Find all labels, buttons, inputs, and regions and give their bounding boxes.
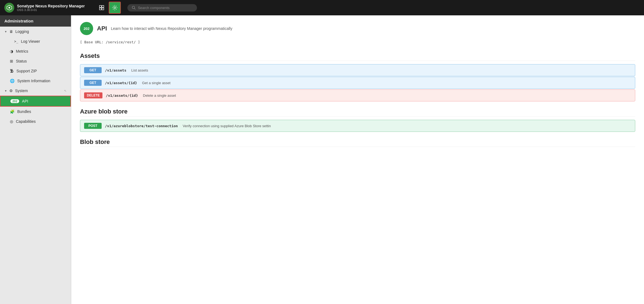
endpoint-description: Verify connection using supplied Azure B…: [183, 124, 271, 128]
method-badge: POST: [84, 123, 102, 129]
section-title-assets: Assets: [80, 52, 635, 61]
sidebar-item-label: Metrics: [16, 49, 28, 53]
sidebar-item-metrics[interactable]: ◑ Metrics: [0, 46, 71, 56]
app-name: Sonatype Nexus Repository Manager: [17, 4, 85, 8]
sidebar-section-header: Administration: [0, 15, 71, 27]
browse-icon-btn[interactable]: [96, 2, 108, 14]
api-version-badge: 202: [80, 22, 93, 35]
sidebar-item-label: System: [15, 89, 28, 93]
sidebar-item-system-information[interactable]: 🌐 System Information: [0, 76, 71, 86]
sidebar-item-label: Support ZIP: [16, 69, 37, 73]
app-header: Sonatype Nexus Repository Manager OSS 3.…: [0, 0, 644, 15]
sidebar-item-logging[interactable]: ▼ 🖥 Logging: [0, 27, 71, 36]
endpoint-path: /v1/assets/{id}: [106, 93, 138, 98]
search-input[interactable]: [138, 6, 193, 10]
logging-icon: 🖥: [9, 29, 13, 34]
api-description: Learn how to interact with Nexus Reposit…: [111, 26, 233, 31]
section-title-azure-blob-store: Azure blob store: [80, 108, 635, 117]
endpoint-path: /v1/assets/{id}: [105, 81, 137, 85]
admin-icon-btn[interactable]: [109, 2, 121, 14]
search-bar[interactable]: [127, 4, 197, 12]
svg-point-1: [8, 7, 10, 8]
endpoint-description: Delete a single asset: [143, 93, 176, 98]
section-title-blob-store: Blob store: [80, 138, 635, 147]
cursor-indicator: ↖: [64, 89, 67, 93]
endpoint-delete-asset-id[interactable]: DELETE /v1/assets/{id} Delete a single a…: [80, 89, 635, 101]
logo-icon: [4, 3, 14, 13]
svg-rect-2: [99, 5, 101, 7]
method-badge: GET: [84, 67, 102, 73]
endpoint-path: /v1/assets: [105, 68, 126, 72]
sidebar-item-label: System Information: [17, 79, 50, 83]
sidebar-item-capabilities[interactable]: ◎ Capabilities: [0, 117, 71, 126]
endpoint-description: Get a single asset: [142, 81, 170, 85]
chevron-down-icon: ▼: [4, 30, 7, 33]
header-icons: [96, 2, 121, 14]
sidebar-item-label: Bundles: [17, 109, 31, 114]
endpoint-description: List assets: [131, 68, 148, 72]
svg-point-6: [114, 7, 116, 8]
sidebar-item-log-viewer[interactable]: ≻_ Log Viewer: [0, 36, 71, 46]
endpoint-post-azure-test[interactable]: POST /v1/azureblobstore/test-connection …: [80, 120, 635, 132]
sidebar-item-label: Capabilities: [16, 119, 36, 124]
endpoint-get-asset-id[interactable]: GET /v1/assets/{id} Get a single asset: [80, 77, 635, 89]
gear-icon: ⚙: [9, 89, 13, 93]
api-title: API: [97, 25, 107, 32]
main-layout: Administration ▼ 🖥 Logging ≻_ Log Viewer…: [0, 15, 644, 304]
app-title-block: Sonatype Nexus Repository Manager OSS 3.…: [17, 4, 85, 12]
endpoint-path: /v1/azureblobstore/test-connection: [105, 124, 178, 128]
method-badge: GET: [84, 80, 102, 86]
sidebar-item-label: API: [22, 99, 28, 103]
logo-block: Sonatype Nexus Repository Manager OSS 3.…: [4, 3, 85, 13]
svg-line-8: [134, 8, 136, 10]
svg-rect-5: [102, 8, 104, 10]
capabilities-icon: ◎: [10, 119, 13, 124]
main-content: 202 API Learn how to interact with Nexus…: [71, 15, 644, 304]
bundles-icon: 🧩: [10, 109, 15, 114]
sidebar-item-system[interactable]: ▼ ⚙ System ↖: [0, 86, 71, 96]
globe-icon: 🌐: [10, 79, 15, 83]
svg-rect-4: [99, 8, 101, 10]
terminal-icon: ≻_: [14, 39, 18, 43]
sidebar-item-label: Logging: [15, 29, 29, 34]
method-badge: DELETE: [84, 92, 102, 98]
sidebar-item-support-zip[interactable]: 🗜 Support ZIP: [0, 66, 71, 76]
sidebar-item-label: Status: [16, 59, 27, 63]
endpoint-get-assets[interactable]: GET /v1/assets List assets: [80, 64, 635, 76]
sidebar: Administration ▼ 🖥 Logging ≻_ Log Viewer…: [0, 15, 71, 304]
sidebar-item-api[interactable]: 202 API: [0, 96, 71, 107]
api-badge: 202: [10, 99, 19, 103]
svg-rect-3: [102, 5, 104, 7]
sidebar-item-label: Log Viewer: [21, 39, 40, 44]
zip-icon: 🗜: [10, 69, 14, 73]
sidebar-item-status[interactable]: ⊞ Status: [0, 56, 71, 66]
chevron-down-icon: ▼: [4, 89, 7, 92]
sidebar-item-bundles[interactable]: 🧩 Bundles: [0, 107, 71, 117]
api-page-header: 202 API Learn how to interact with Nexus…: [80, 22, 635, 35]
base-url: [ Base URL: /service/rest/ ]: [80, 38, 635, 46]
status-icon: ⊞: [10, 59, 13, 63]
app-version: OSS 3.30.0-01: [17, 8, 85, 12]
search-icon: [132, 6, 136, 10]
metrics-icon: ◑: [10, 49, 13, 53]
